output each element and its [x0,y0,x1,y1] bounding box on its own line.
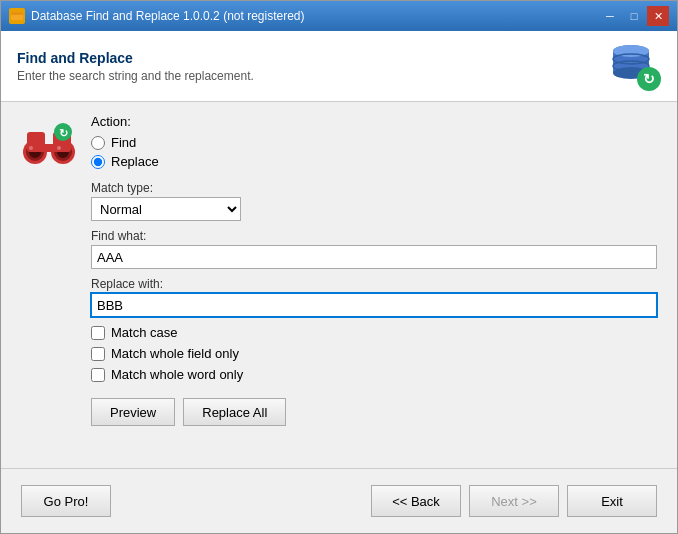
radio-replace-item: Replace [91,154,657,169]
match-type-row: Match type: Normal Regex Wildcard [91,181,657,221]
match-whole-word-checkbox[interactable] [91,368,105,382]
content-area: ↻ Action: Find Replace [1,102,677,468]
title-bar-left: Database Find and Replace 1.0.0.2 (not r… [9,8,305,24]
action-label: Action: [91,114,657,129]
match-whole-word-label[interactable]: Match whole word only [111,367,243,382]
radio-replace[interactable] [91,155,105,169]
action-btn-group: Preview Replace All [91,398,657,426]
minimize-button[interactable]: ─ [599,6,621,26]
maximize-button[interactable]: □ [623,6,645,26]
svg-text:↻: ↻ [643,71,655,87]
svg-point-22 [57,146,61,150]
window-title: Database Find and Replace 1.0.0.2 (not r… [31,9,305,23]
match-case-checkbox[interactable] [91,326,105,340]
find-what-input[interactable] [91,245,657,269]
preview-button[interactable]: Preview [91,398,175,426]
main-window: Database Find and Replace 1.0.0.2 (not r… [0,0,678,534]
app-icon [9,8,25,24]
match-whole-field-checkbox[interactable] [91,347,105,361]
radio-replace-label[interactable]: Replace [111,154,159,169]
replace-with-row: Replace with: [91,277,657,317]
footer-left: Go Pro! [21,485,111,517]
match-whole-field-label[interactable]: Match whole field only [111,346,239,361]
find-what-label: Find what: [91,229,657,243]
match-whole-word-item: Match whole word only [91,367,657,382]
replace-with-input[interactable] [91,293,657,317]
footer: Go Pro! << Back Next >> Exit [1,469,677,533]
header-title: Find and Replace [17,50,254,66]
window-controls: ─ □ ✕ [599,6,669,26]
header-panel: Find and Replace Enter the search string… [1,31,677,102]
match-whole-field-item: Match whole field only [91,346,657,361]
back-button[interactable]: << Back [371,485,461,517]
replace-all-button[interactable]: Replace All [183,398,286,426]
find-what-row: Find what: [91,229,657,269]
form-section: Action: Find Replace Match type: Nor [91,114,657,426]
database-logo: ↻ [609,41,661,91]
checkbox-group: Match case Match whole field only Match … [91,325,657,382]
close-button[interactable]: ✕ [647,6,669,26]
svg-point-21 [29,146,33,150]
radio-find[interactable] [91,136,105,150]
match-case-label[interactable]: Match case [111,325,177,340]
footer-right: << Back Next >> Exit [371,485,657,517]
header-subtitle: Enter the search string and the replacem… [17,69,254,83]
match-case-item: Match case [91,325,657,340]
replace-with-label: Replace with: [91,277,657,291]
radio-find-label[interactable]: Find [111,135,136,150]
next-button[interactable]: Next >> [469,485,559,517]
radio-group: Find Replace [91,135,657,169]
go-pro-button[interactable]: Go Pro! [21,485,111,517]
title-bar: Database Find and Replace 1.0.0.2 (not r… [1,1,677,31]
binoculars-icon: ↻ [21,118,77,174]
exit-button[interactable]: Exit [567,485,657,517]
content-inner: ↻ Action: Find Replace [21,114,657,426]
svg-text:↻: ↻ [59,127,68,139]
header-text: Find and Replace Enter the search string… [17,50,254,83]
radio-find-item: Find [91,135,657,150]
match-type-select[interactable]: Normal Regex Wildcard [91,197,241,221]
svg-rect-1 [11,12,23,15]
match-type-label: Match type: [91,181,657,195]
